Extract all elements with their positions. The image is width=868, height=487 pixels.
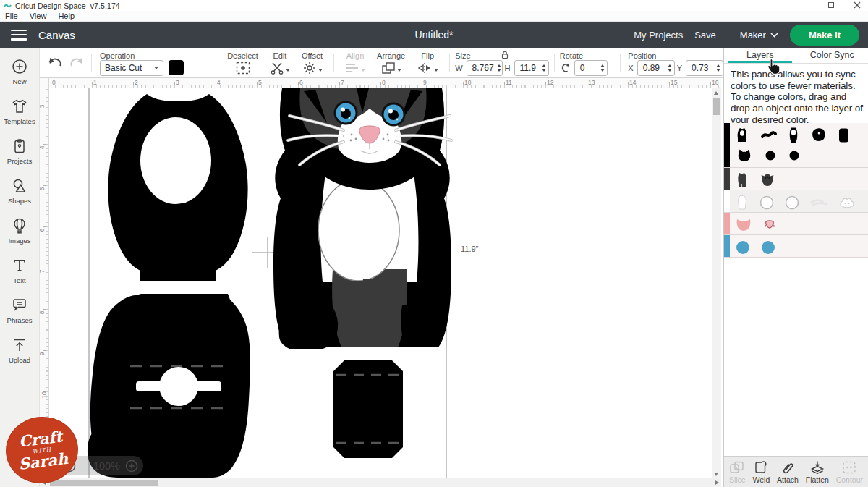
layer-shape-eye[interactable]: [763, 148, 778, 163]
cat-box-piece[interactable]: [333, 360, 403, 458]
operation-dropdown[interactable]: Basic Cut: [100, 60, 163, 76]
offset-icon: [302, 62, 317, 75]
stepper-arrows-icon[interactable]: [716, 64, 720, 72]
layer-shape-eye[interactable]: [787, 148, 801, 163]
slice-button[interactable]: Slice: [729, 460, 746, 484]
vertical-scroll-thumb[interactable]: [713, 98, 720, 115]
weld-button[interactable]: Weld: [753, 460, 770, 484]
sidebar-item-phrases[interactable]: Phrases: [0, 297, 40, 324]
vertical-scrollbar[interactable]: [712, 88, 721, 479]
height-field[interactable]: 11.9: [514, 60, 549, 76]
minimize-button[interactable]: [800, 1, 810, 9]
edit-scissors-icon: [270, 62, 284, 75]
sidebar-item-shapes[interactable]: Shapes: [0, 177, 40, 205]
rotate-icon: [560, 62, 571, 73]
canvas-area[interactable]: 012345678910111213141516 34567891011: [40, 78, 723, 487]
layer-shape-muzzle-white[interactable]: [838, 195, 856, 210]
save-link[interactable]: Save: [694, 30, 716, 41]
menu-help[interactable]: Help: [58, 12, 75, 20]
cat-back-piece[interactable]: [108, 94, 247, 281]
color-row-pink[interactable]: [724, 213, 868, 235]
zoom-in-icon[interactable]: [125, 460, 138, 473]
attach-button[interactable]: Attach: [777, 460, 799, 484]
arrange-button[interactable]: Arrange: [377, 51, 405, 75]
stepper-arrows-icon[interactable]: [497, 64, 501, 72]
layer-shape-box[interactable]: [836, 127, 851, 144]
align-button[interactable]: Align: [345, 51, 365, 75]
layer-shape-face-gray[interactable]: [759, 171, 776, 189]
restore-button[interactable]: [826, 1, 836, 9]
flip-button[interactable]: Flip: [417, 51, 438, 75]
hamburger-menu-icon[interactable]: [11, 30, 27, 41]
sidebar-item-projects[interactable]: Projects: [0, 137, 40, 165]
color-row-black[interactable]: [724, 123, 868, 168]
text-icon: [11, 257, 28, 274]
scroll-down-icon[interactable]: [714, 473, 718, 476]
stepper-arrows-icon[interactable]: [600, 64, 605, 72]
layer-actions-bar: Slice Weld Attach Flatten Contour: [724, 456, 868, 487]
close-button[interactable]: [852, 1, 862, 9]
layer-shape-egg-frame[interactable]: [787, 127, 800, 144]
color-swatch[interactable]: [169, 60, 184, 75]
deselect-button[interactable]: Deselect: [227, 51, 258, 75]
undo-icon[interactable]: [46, 56, 62, 70]
color-row-white[interactable]: [724, 190, 868, 213]
horizontal-scrollbar[interactable]: [40, 478, 721, 487]
cat-eye-left: [334, 101, 358, 125]
layer-shape-whiskers-white[interactable]: [809, 197, 828, 208]
cat-base-piece[interactable]: [88, 294, 250, 478]
color-row-blue[interactable]: [724, 235, 868, 258]
layer-shape-nose-pink[interactable]: [762, 219, 778, 232]
contour-button[interactable]: Contour: [836, 460, 863, 484]
layer-shape-back-body[interactable]: [735, 127, 751, 144]
size-lock-icon[interactable]: [500, 50, 510, 59]
scroll-right-icon[interactable]: [715, 480, 719, 485]
sidebar-item-upload[interactable]: Upload: [0, 336, 40, 364]
layer-shape-eye-blue[interactable]: [735, 240, 751, 255]
layer-shape-circle-white[interactable]: [784, 195, 800, 211]
tab-layers[interactable]: Layers: [724, 48, 796, 63]
layer-shape-circle-white[interactable]: [759, 195, 775, 211]
y-position-field[interactable]: 0.73: [686, 60, 723, 76]
layer-shape-head[interactable]: [735, 148, 754, 164]
y-label: Y: [677, 64, 682, 72]
my-projects-link[interactable]: My Projects: [634, 30, 683, 41]
rotate-field[interactable]: 0: [574, 60, 608, 76]
selection-height-label: 11.9": [461, 245, 479, 253]
height-label: H: [505, 64, 511, 72]
sidebar-item-text[interactable]: Text: [0, 257, 40, 284]
cat-front-piece[interactable]: [273, 88, 451, 349]
layer-shape-head-back[interactable]: [809, 127, 827, 144]
stepper-arrows-icon[interactable]: [542, 64, 546, 72]
color-bar: [724, 168, 730, 190]
sidebar-item-images[interactable]: Images: [0, 217, 40, 245]
scroll-up-icon[interactable]: [714, 91, 718, 95]
speech-bubble-icon: [11, 297, 28, 314]
edit-button[interactable]: Edit: [270, 51, 290, 75]
make-it-button[interactable]: Make It: [790, 25, 859, 46]
color-bar: [724, 213, 730, 234]
sidebar-item-templates[interactable]: Templates: [0, 98, 40, 125]
canvas-label[interactable]: Canvas: [38, 29, 75, 41]
horizontal-scroll-thumb[interactable]: [50, 480, 158, 486]
width-field[interactable]: 8.767: [467, 60, 503, 76]
menu-view[interactable]: View: [30, 12, 47, 20]
menu-file[interactable]: File: [5, 12, 18, 20]
window-title: Cricut Design Space v7.5.174: [15, 1, 120, 10]
offset-button[interactable]: Offset: [302, 51, 323, 75]
layer-shape-body-gray[interactable]: [735, 171, 749, 190]
layer-shape-eye-blue[interactable]: [760, 240, 776, 255]
tshirt-icon: [11, 98, 28, 115]
stepper-arrows-icon[interactable]: [668, 64, 672, 72]
layer-shape-chest-white[interactable]: [735, 194, 749, 211]
tab-color-sync[interactable]: Color Sync: [796, 48, 868, 63]
machine-selector[interactable]: Maker: [740, 30, 778, 41]
redo-icon[interactable]: [69, 56, 86, 70]
flatten-button[interactable]: Flatten: [806, 460, 829, 484]
color-row-dark-gray[interactable]: [724, 168, 868, 190]
x-position-field[interactable]: 0.89: [637, 60, 675, 76]
canvas-artwork[interactable]: [49, 88, 712, 478]
layer-shape-belly-pink[interactable]: [735, 217, 752, 233]
sidebar-item-new[interactable]: New: [0, 58, 40, 85]
layer-shape-tail[interactable]: [760, 127, 778, 144]
